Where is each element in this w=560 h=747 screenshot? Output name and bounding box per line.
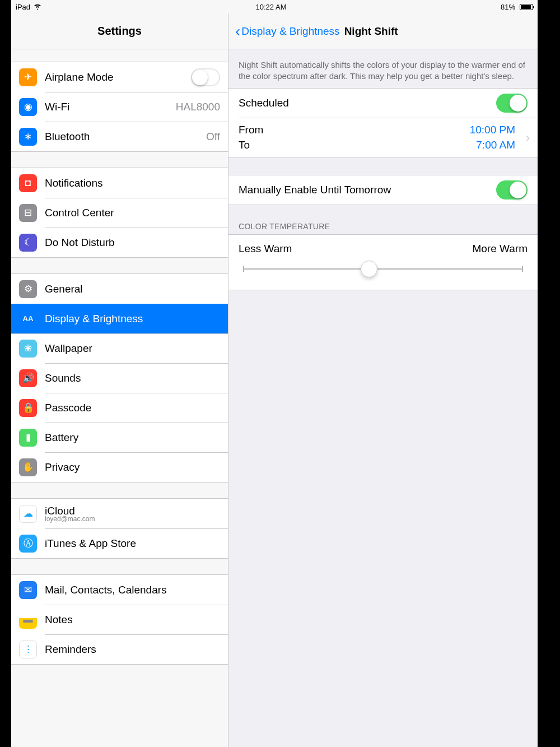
chevron-right-icon: › bbox=[526, 131, 530, 144]
sidebar-item-wi-fi[interactable]: ◉Wi-FiHAL8000 bbox=[11, 92, 228, 122]
sidebar-item-label: Privacy bbox=[45, 461, 220, 474]
from-label: From bbox=[239, 122, 263, 138]
sidebar-item-passcode[interactable]: 🔒Passcode bbox=[11, 393, 228, 423]
sidebar-item-icloud[interactable]: ☁iCloudloyed@mac.com bbox=[11, 499, 228, 528]
sidebar-item-display-brightness[interactable]: AADisplay & Brightness bbox=[11, 304, 228, 333]
sidebar-item-airplane-mode[interactable]: ✈Airplane Mode bbox=[11, 62, 228, 92]
status-bar: iPad 10:22 AM 81% bbox=[11, 0, 538, 13]
sidebar-item-battery[interactable]: ▮Battery bbox=[11, 423, 228, 452]
less-warm-label: Less Warm bbox=[239, 243, 292, 255]
schedule-time-row[interactable]: From 10:00 PM To 7:00 AM › bbox=[228, 118, 538, 157]
sidebar-item-label: Reminders bbox=[45, 643, 220, 656]
appstore-icon: Ⓐ bbox=[19, 535, 37, 553]
sidebar-item-label: Battery bbox=[45, 432, 220, 444]
sidebar-item-label: Display & Brightness bbox=[45, 313, 220, 325]
content-header: ‹ Display & Brightness Night Shift bbox=[228, 13, 538, 49]
notes-icon: ▬ bbox=[19, 611, 37, 629]
sidebar-item-privacy[interactable]: ✋Privacy bbox=[11, 452, 228, 482]
sidebar-item-label: Wallpaper bbox=[45, 342, 220, 355]
wallpaper-icon: ❀ bbox=[19, 340, 37, 358]
sidebar-title: Settings bbox=[11, 13, 228, 49]
content-pane: ‹ Display & Brightness Night Shift Night… bbox=[228, 13, 538, 747]
back-button[interactable]: ‹ Display & Brightness bbox=[235, 24, 340, 39]
back-label: Display & Brightness bbox=[241, 25, 339, 38]
passcode-icon: 🔒 bbox=[19, 399, 37, 417]
sidebar-item-label: Wi-Fi bbox=[45, 101, 176, 113]
general-icon: ⚙ bbox=[19, 280, 37, 298]
manual-panel: Manually Enable Until Tomorrow bbox=[228, 175, 538, 205]
schedule-panel: Scheduled From 10:00 PM To 7:00 AM bbox=[228, 88, 538, 158]
sidebar-item-label: General bbox=[45, 283, 220, 295]
to-label: To bbox=[239, 137, 250, 153]
sidebar-item-itunes-app-store[interactable]: ⒶiTunes & App Store bbox=[11, 528, 228, 558]
color-temp-header: COLOR TEMPERATURE bbox=[228, 222, 538, 234]
sidebar-item-label: Notifications bbox=[45, 177, 220, 189]
sidebar-item-label: Sounds bbox=[45, 372, 220, 384]
sidebar-item-control-center[interactable]: ⊟Control Center bbox=[11, 198, 228, 228]
sidebar-item-do-not-disturb[interactable]: ☾Do Not Disturb bbox=[11, 228, 228, 257]
notifications-icon: ◘ bbox=[19, 174, 37, 192]
color-temp-panel: Less Warm More Warm bbox=[228, 234, 538, 290]
airplane-mode-toggle[interactable] bbox=[191, 68, 220, 86]
icloud-icon: ☁ bbox=[19, 505, 37, 523]
airplane-icon: ✈ bbox=[19, 68, 37, 86]
sidebar-item-sounds[interactable]: 🔊Sounds bbox=[11, 363, 228, 393]
wifi-icon: ◉ bbox=[19, 98, 37, 116]
battery-icon: ▮ bbox=[19, 429, 37, 447]
wifi-icon bbox=[34, 3, 41, 11]
sidebar-item-label: iTunes & App Store bbox=[45, 537, 220, 550]
sidebar-item-label: Bluetooth bbox=[45, 131, 206, 143]
to-value: 7:00 AM bbox=[476, 137, 515, 153]
display-icon: AA bbox=[19, 310, 37, 328]
clock: 10:22 AM bbox=[256, 3, 287, 11]
page-title: Night Shift bbox=[344, 25, 398, 38]
sidebar-item-bluetooth[interactable]: ∗BluetoothOff bbox=[11, 122, 228, 151]
sidebar-item-reminders[interactable]: ⋮Reminders bbox=[11, 634, 228, 664]
sidebar-item-label: Airplane Mode bbox=[45, 71, 191, 83]
battery-icon bbox=[520, 4, 533, 10]
manual-enable-row[interactable]: Manually Enable Until Tomorrow bbox=[228, 175, 538, 205]
from-value: 10:00 PM bbox=[470, 122, 515, 138]
manual-enable-label: Manually Enable Until Tomorrow bbox=[239, 184, 496, 196]
control-icon: ⊟ bbox=[19, 204, 37, 222]
sidebar-item-value: HAL8000 bbox=[176, 101, 220, 113]
sidebar-item-sublabel: loyed@mac.com bbox=[45, 515, 95, 523]
privacy-icon: ✋ bbox=[19, 458, 37, 476]
scheduled-label: Scheduled bbox=[239, 97, 496, 109]
sidebar-item-mail-contacts-calendars[interactable]: ✉Mail, Contacts, Calendars bbox=[11, 575, 228, 605]
sidebar-item-label: Do Not Disturb bbox=[45, 236, 220, 249]
sidebar-item-notes[interactable]: ▬Notes bbox=[11, 605, 228, 634]
sidebar-item-label: Notes bbox=[45, 614, 220, 626]
bluetooth-icon: ∗ bbox=[19, 128, 37, 146]
reminders-icon: ⋮ bbox=[19, 641, 37, 658]
color-temp-slider[interactable] bbox=[243, 261, 523, 277]
sidebar-item-notifications[interactable]: ◘Notifications bbox=[11, 168, 228, 198]
scheduled-row[interactable]: Scheduled bbox=[228, 89, 538, 118]
sidebar-item-general[interactable]: ⚙General bbox=[11, 274, 228, 304]
sidebar-item-label: Passcode bbox=[45, 402, 220, 414]
settings-sidebar: Settings ✈Airplane Mode◉Wi-FiHAL8000∗Blu… bbox=[11, 13, 228, 747]
sidebar-item-label: Mail, Contacts, Calendars bbox=[45, 584, 220, 596]
sidebar-item-label: Control Center bbox=[45, 207, 220, 219]
battery-pct: 81% bbox=[501, 3, 515, 11]
scheduled-toggle[interactable] bbox=[496, 94, 528, 113]
chevron-left-icon: ‹ bbox=[235, 24, 240, 39]
dnd-icon: ☾ bbox=[19, 234, 37, 252]
sounds-icon: 🔊 bbox=[19, 369, 37, 387]
manual-enable-toggle[interactable] bbox=[496, 180, 528, 199]
description-text: Night Shift automatically shifts the col… bbox=[228, 49, 538, 88]
device-label: iPad bbox=[16, 3, 30, 11]
more-warm-label: More Warm bbox=[472, 243, 528, 255]
sidebar-item-value: Off bbox=[206, 131, 220, 143]
sidebar-item-wallpaper[interactable]: ❀Wallpaper bbox=[11, 333, 228, 363]
mail-icon: ✉ bbox=[19, 581, 37, 599]
